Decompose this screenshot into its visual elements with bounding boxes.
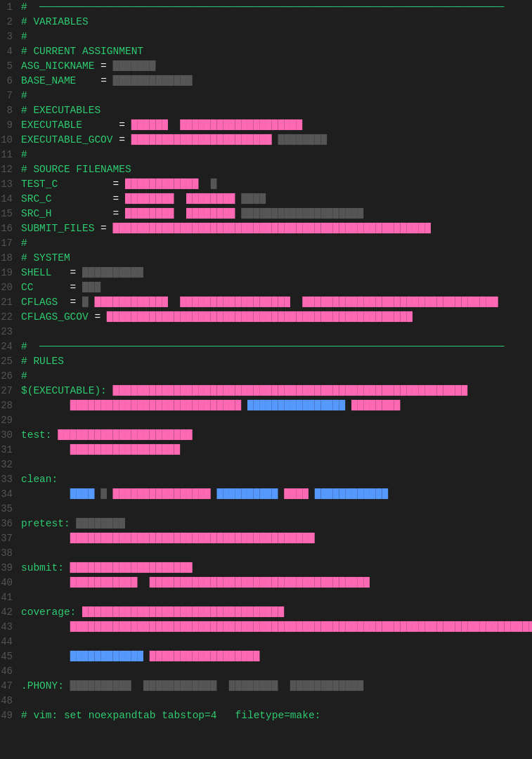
line-number: 20 bbox=[0, 280, 21, 295]
line-number: 4 bbox=[0, 44, 21, 59]
line-number: 37 bbox=[0, 531, 21, 546]
line-number: 26 bbox=[0, 369, 21, 384]
code-line: 19SHELL = ██████████ bbox=[0, 266, 532, 280]
line-content: SRC_H = ████████ ████████ ██████████████… bbox=[21, 207, 526, 221]
line-content: # bbox=[21, 148, 526, 162]
line-number: 35 bbox=[0, 502, 21, 517]
line-content: # RULES bbox=[21, 354, 526, 369]
code-line: 25# RULES bbox=[0, 354, 532, 369]
line-content: coverage: ██████████████████████████████… bbox=[21, 605, 526, 620]
line-number: 2 bbox=[0, 15, 21, 30]
line-content: # bbox=[21, 30, 526, 44]
code-line: 42coverage: ████████████████████████████… bbox=[0, 605, 532, 620]
code-line: 36pretest: ████████ bbox=[0, 517, 532, 531]
code-line: 21CFLAGS = █ ████████████ ██████████████… bbox=[0, 295, 532, 310]
code-line: 13TEST_C = ████████████ █ bbox=[0, 177, 532, 192]
code-line: 2# VARIABLES bbox=[0, 15, 532, 30]
line-number: 16 bbox=[0, 221, 21, 236]
line-content: pretest: ████████ bbox=[21, 517, 526, 531]
line-content: TEST_C = ████████████ █ bbox=[21, 177, 526, 192]
line-content: test: ██████████████████████ bbox=[21, 428, 526, 443]
code-line: 18# SYSTEM bbox=[0, 251, 532, 266]
line-number: 6 bbox=[0, 74, 21, 89]
code-line: 43 █████████████████████████████████████… bbox=[0, 620, 532, 635]
line-number: 39 bbox=[0, 561, 21, 576]
line-content: ████████████████████████████████████████… bbox=[21, 620, 532, 635]
code-line: 4# CURRENT ASSIGNMENT bbox=[0, 44, 532, 59]
line-content: ███████████ ████████████████████████████… bbox=[21, 576, 526, 590]
code-line: 47.PHONY: ██████████ ████████████ ██████… bbox=[0, 679, 532, 694]
line-number: 29 bbox=[0, 413, 21, 428]
line-number: 3 bbox=[0, 30, 21, 44]
line-number: 48 bbox=[0, 694, 21, 708]
code-line: 1# ─────────────────────────────────────… bbox=[0, 0, 532, 15]
code-line: 15SRC_H = ████████ ████████ ████████████… bbox=[0, 207, 532, 221]
line-number: 17 bbox=[0, 236, 21, 251]
line-content: EXECUTABLE_GCOV = ██████████████████████… bbox=[21, 133, 526, 148]
code-line: 48 bbox=[0, 694, 532, 708]
code-line: 9EXECUTABLE = ██████ ███████████████████… bbox=[0, 118, 532, 133]
line-number: 38 bbox=[0, 546, 21, 561]
line-number: 25 bbox=[0, 354, 21, 369]
code-line: 31 ██████████████████ bbox=[0, 443, 532, 458]
line-content: # EXECUTABLES bbox=[21, 103, 526, 118]
line-content: ████ █ ████████████████ ██████████ ████ … bbox=[21, 487, 526, 502]
line-content: submit: ████████████████████ bbox=[21, 561, 526, 576]
line-content: SHELL = ██████████ bbox=[21, 266, 526, 280]
line-number: 19 bbox=[0, 266, 21, 280]
code-line: 26# bbox=[0, 369, 532, 384]
code-line: 35 bbox=[0, 502, 532, 517]
line-content: ████████████████████████████████████████ bbox=[21, 531, 526, 546]
code-line: 28 ████████████████████████████ ████████… bbox=[0, 398, 532, 413]
code-line: 14SRC_C = ████████ ████████ ████ bbox=[0, 192, 532, 207]
code-line: 12# SOURCE FILENAMES bbox=[0, 162, 532, 177]
code-line: 46 bbox=[0, 664, 532, 679]
line-number: 43 bbox=[0, 620, 21, 635]
line-number: 11 bbox=[0, 148, 21, 162]
line-content: # SOURCE FILENAMES bbox=[21, 162, 526, 177]
code-line: 7# bbox=[0, 89, 532, 103]
line-content: # bbox=[21, 236, 526, 251]
line-number: 14 bbox=[0, 192, 21, 207]
line-number: 27 bbox=[0, 384, 21, 398]
code-line: 22CFLAGS_GCOV = ████████████████████████… bbox=[0, 310, 532, 325]
line-number: 44 bbox=[0, 635, 21, 649]
code-line: 37 █████████████████████████████████████… bbox=[0, 531, 532, 546]
line-content: .PHONY: ██████████ ████████████ ████████… bbox=[21, 679, 526, 694]
line-content: $(EXECUTABLE): █████████████████████████… bbox=[21, 384, 526, 398]
code-line: 27$(EXECUTABLE): ███████████████████████… bbox=[0, 384, 532, 398]
code-line: 11# bbox=[0, 148, 532, 162]
line-number: 42 bbox=[0, 605, 21, 620]
line-content: # VARIABLES bbox=[21, 15, 526, 30]
line-number: 31 bbox=[0, 443, 21, 458]
line-number: 9 bbox=[0, 118, 21, 133]
code-line: 20CC = ███ bbox=[0, 280, 532, 295]
line-content: # ──────────────────────────────────────… bbox=[21, 339, 526, 354]
line-content: CFLAGS_GCOV = ██████████████████████████… bbox=[21, 310, 526, 325]
line-number: 36 bbox=[0, 517, 21, 531]
line-number: 7 bbox=[0, 89, 21, 103]
code-line: 24# ────────────────────────────────────… bbox=[0, 339, 532, 354]
line-number: 13 bbox=[0, 177, 21, 192]
line-number: 49 bbox=[0, 708, 21, 723]
line-number: 22 bbox=[0, 310, 21, 325]
line-content: clean: bbox=[21, 472, 526, 487]
line-number: 15 bbox=[0, 207, 21, 221]
line-content: SRC_C = ████████ ████████ ████ bbox=[21, 192, 526, 207]
line-number: 5 bbox=[0, 59, 21, 74]
code-line: 41 bbox=[0, 590, 532, 605]
code-line: 10EXECUTABLE_GCOV = ████████████████████… bbox=[0, 133, 532, 148]
code-line: 33clean: bbox=[0, 472, 532, 487]
line-content: SUBMIT_FILES = █████████████████████████… bbox=[21, 221, 526, 236]
line-content: CFLAGS = █ ████████████ ████████████████… bbox=[21, 295, 526, 310]
line-number: 30 bbox=[0, 428, 21, 443]
code-line: 38 bbox=[0, 546, 532, 561]
line-content: # ──────────────────────────────────────… bbox=[21, 0, 526, 15]
line-number: 28 bbox=[0, 398, 21, 413]
line-number: 21 bbox=[0, 295, 21, 310]
line-number: 10 bbox=[0, 133, 21, 148]
code-line: 45 ████████████ ██████████████████ bbox=[0, 649, 532, 664]
line-content: EXECUTABLE = ██████ ████████████████████ bbox=[21, 118, 526, 133]
code-line: 5ASG_NICKNAME = ███████ bbox=[0, 59, 532, 74]
code-line: 30test: ██████████████████████ bbox=[0, 428, 532, 443]
